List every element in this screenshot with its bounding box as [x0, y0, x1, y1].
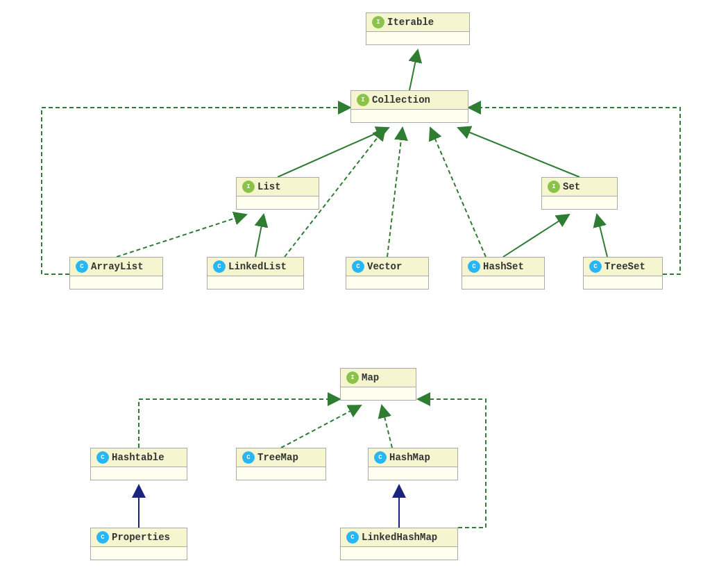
hashmap-icon: C	[374, 451, 387, 464]
linkedhashmap-label: LinkedHashMap	[362, 532, 437, 543]
node-arraylist: C ArrayList	[69, 257, 163, 289]
node-map: I Map	[340, 368, 416, 401]
node-map-header: I Map	[341, 369, 416, 387]
treemap-body	[237, 467, 325, 480]
hashmap-body	[369, 467, 457, 480]
linkedhashmap-icon: C	[346, 531, 359, 544]
collection-body	[351, 110, 468, 122]
node-linkedlist-header: C LinkedList	[208, 258, 303, 276]
node-vector: C Vector	[346, 257, 429, 289]
node-properties-header: C Properties	[91, 528, 187, 547]
properties-label: Properties	[112, 532, 170, 543]
hashset-label: HashSet	[483, 261, 524, 272]
svg-line-12	[281, 405, 361, 448]
linkedlist-label: LinkedList	[228, 261, 287, 272]
collection-icon: I	[357, 94, 369, 106]
node-hashtable: C Hashtable	[90, 448, 187, 480]
vector-body	[346, 276, 428, 289]
linkedlist-icon: C	[213, 260, 226, 273]
node-properties: C Properties	[90, 528, 187, 560]
uml-diagram: I Iterable I Collection I List I Set C A…	[0, 0, 719, 588]
arraylist-label: ArrayList	[91, 261, 144, 272]
hashset-icon: C	[468, 260, 480, 273]
set-icon: I	[548, 180, 560, 193]
collection-label: Collection	[372, 94, 430, 106]
node-hashset-header: C HashSet	[462, 258, 544, 276]
treeset-body	[584, 276, 662, 289]
hashtable-icon: C	[96, 451, 109, 464]
treeset-label: TreeSet	[604, 261, 645, 272]
node-linkedhashmap: C LinkedHashMap	[340, 528, 458, 560]
svg-line-6	[255, 215, 264, 257]
linkedhashmap-body	[341, 547, 457, 560]
svg-line-8	[117, 215, 246, 257]
linkedlist-body	[208, 276, 303, 289]
hashset-body	[462, 276, 544, 289]
node-treeset: C TreeSet	[583, 257, 663, 289]
set-body	[542, 196, 617, 209]
hashmap-label: HashMap	[389, 452, 430, 463]
list-icon: I	[242, 180, 255, 193]
connections-svg	[0, 0, 719, 588]
svg-line-3	[278, 128, 389, 177]
vector-icon: C	[352, 260, 364, 273]
hashtable-label: Hashtable	[112, 452, 164, 463]
svg-line-4	[458, 128, 580, 177]
iterable-icon: I	[372, 16, 384, 28]
map-icon: I	[346, 371, 359, 384]
svg-line-2	[409, 50, 418, 90]
set-label: Set	[563, 181, 580, 192]
vector-label: Vector	[367, 261, 402, 272]
arraylist-body	[70, 276, 162, 289]
svg-line-10	[597, 215, 607, 257]
node-hashset: C HashSet	[462, 257, 545, 289]
node-linkedhashmap-header: C LinkedHashMap	[341, 528, 457, 547]
node-list: I List	[236, 177, 319, 210]
list-body	[237, 196, 319, 209]
iterable-label: Iterable	[387, 17, 434, 28]
list-label: List	[257, 181, 281, 192]
node-treeset-header: C TreeSet	[584, 258, 662, 276]
arraylist-icon: C	[76, 260, 88, 273]
treeset-icon: C	[589, 260, 602, 273]
treemap-label: TreeMap	[257, 452, 298, 463]
node-set-header: I Set	[542, 178, 617, 196]
node-vector-header: C Vector	[346, 258, 428, 276]
node-list-header: I List	[237, 178, 319, 196]
node-treemap-header: C TreeMap	[237, 448, 325, 467]
iterable-body	[366, 32, 469, 44]
node-iterable: I Iterable	[366, 12, 470, 45]
map-label: Map	[362, 372, 379, 383]
node-set: I Set	[541, 177, 618, 210]
svg-line-5	[387, 128, 403, 257]
properties-body	[91, 547, 187, 560]
node-hashmap-header: C HashMap	[369, 448, 457, 467]
node-collection-header: I Collection	[351, 91, 468, 110]
node-collection: I Collection	[350, 90, 468, 123]
svg-line-9	[503, 215, 569, 257]
node-hashmap: C HashMap	[368, 448, 458, 480]
svg-line-11	[430, 128, 486, 257]
node-treemap: C TreeMap	[236, 448, 326, 480]
properties-icon: C	[96, 531, 109, 544]
node-linkedlist: C LinkedList	[207, 257, 304, 289]
hashtable-body	[91, 467, 187, 480]
map-body	[341, 387, 416, 400]
node-hashtable-header: C Hashtable	[91, 448, 187, 467]
treemap-icon: C	[242, 451, 255, 464]
svg-line-13	[382, 405, 392, 448]
node-iterable-header: I Iterable	[366, 13, 469, 32]
node-arraylist-header: C ArrayList	[70, 258, 162, 276]
